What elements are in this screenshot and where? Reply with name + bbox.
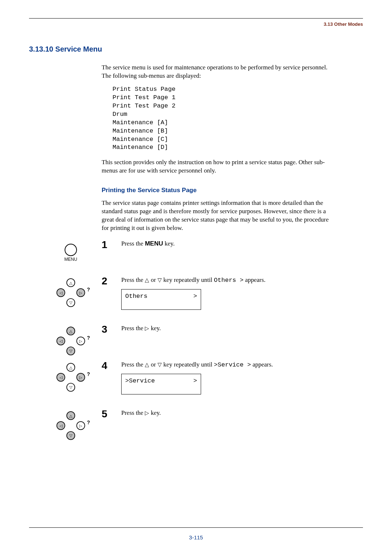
nav-cluster-icon: △ ▽ ◁ ▷ ? xyxy=(49,361,93,397)
breadcrumb: 3.13 Other Modes xyxy=(29,21,363,27)
step-4-pre: Press the xyxy=(121,361,145,368)
menu-key-label: MENU xyxy=(145,240,163,247)
nav-cluster-icon: △ ▽ ◁ ▷ ? xyxy=(49,324,93,361)
step-2-icon: △ ▽ ◁ ▷ ? xyxy=(29,276,102,324)
down-triangle-icon: ▽ xyxy=(158,277,162,283)
step-number: 4 xyxy=(102,361,116,409)
step-number: 2 xyxy=(102,276,116,324)
submenu-list: Print Status Page Print Test Page 1 Prin… xyxy=(113,85,334,152)
note-paragraph: This section provides only the instructi… xyxy=(102,158,334,175)
step-number: 5 xyxy=(102,409,116,445)
step-number: 3 xyxy=(102,324,116,361)
step-1-pre: Press the xyxy=(121,240,145,247)
lcd-display: >Service > xyxy=(121,374,201,394)
step-1-icon: MENU xyxy=(29,240,102,276)
help-icon: ? xyxy=(87,335,90,341)
step-3-icon: △ ▽ ◁ ▷ ? xyxy=(29,324,102,361)
lcd-left: >Service xyxy=(125,377,155,385)
up-arrow-icon: △ xyxy=(69,365,73,369)
lcd-right: > xyxy=(193,377,197,385)
step-3-post: key. xyxy=(149,325,161,332)
right-arrow-icon: ▷ xyxy=(79,424,82,428)
up-arrow-icon: △ xyxy=(69,413,73,418)
menu-key-icon: MENU xyxy=(49,240,93,276)
right-arrow-icon: ▷ xyxy=(79,291,82,295)
left-arrow-icon: ◁ xyxy=(60,291,63,295)
sub-heading: Printing the Service Status Page xyxy=(102,187,334,194)
step-number: 1 xyxy=(102,240,116,276)
step-4-posta: key repeatedly until xyxy=(162,361,214,368)
lcd-right: > xyxy=(193,292,197,301)
step-4-postb: appears. xyxy=(251,361,273,368)
lcd-left: Others xyxy=(125,292,147,301)
help-icon: ? xyxy=(87,372,90,377)
step-2-text: Press the △ or ▽ key repeatedly until Ot… xyxy=(116,276,334,324)
bottom-rule xyxy=(29,527,363,528)
step-5-post: key. xyxy=(149,409,161,416)
step-1-text: Press the MENU key. xyxy=(116,240,334,276)
right-arrow-icon: ▷ xyxy=(79,339,82,343)
step-5-icon: △ ▽ ◁ ▷ ? xyxy=(29,409,102,445)
step-4-mono: >Service > xyxy=(214,361,251,368)
step-2-pre: Press the xyxy=(121,276,145,283)
step-3-text: Press the ▷ key. xyxy=(116,324,334,361)
step-5-pre: Press the xyxy=(121,409,145,416)
down-arrow-icon: ▽ xyxy=(69,433,73,438)
step-2-posta: key repeatedly until xyxy=(162,276,214,283)
down-arrow-icon: ▽ xyxy=(69,349,73,353)
page-number: 3-115 xyxy=(29,534,363,540)
section-title: Service Menu xyxy=(55,45,102,53)
up-triangle-icon: △ xyxy=(145,362,149,368)
right-triangle-icon: ▷ xyxy=(145,325,149,331)
step-4-text: Press the △ or ▽ key repeatedly until >S… xyxy=(116,361,334,409)
left-arrow-icon: ◁ xyxy=(60,339,63,343)
down-arrow-icon: ▽ xyxy=(69,385,73,389)
right-triangle-icon: ▷ xyxy=(145,410,149,416)
help-icon: ? xyxy=(87,287,90,292)
up-triangle-icon: △ xyxy=(145,277,149,283)
nav-cluster-icon: △ ▽ ◁ ▷ ? xyxy=(49,409,93,445)
down-arrow-icon: ▽ xyxy=(69,300,73,305)
section-heading: 3.13.10 Service Menu xyxy=(29,45,363,53)
right-arrow-icon: ▷ xyxy=(79,375,82,380)
lcd-display: Others > xyxy=(121,289,201,310)
step-3-pre: Press the xyxy=(121,325,145,332)
help-icon: ? xyxy=(87,420,90,425)
top-rule xyxy=(29,18,363,19)
intro-paragraph: The service menu is used for maintenance… xyxy=(102,64,334,80)
svg-point-0 xyxy=(65,244,77,256)
menu-label: MENU xyxy=(64,257,77,262)
step-1-post: key. xyxy=(163,240,175,247)
left-arrow-icon: ◁ xyxy=(60,424,63,428)
step-4-mid: or xyxy=(149,361,158,368)
up-arrow-icon: △ xyxy=(69,281,73,285)
step-2-mid: or xyxy=(149,276,158,283)
left-arrow-icon: ◁ xyxy=(60,375,63,380)
step-2-mono: Others > xyxy=(214,277,244,284)
step-2-postb: appears. xyxy=(244,276,265,283)
subintro-paragraph: The service status page contains printer… xyxy=(102,199,334,232)
up-arrow-icon: △ xyxy=(69,329,73,333)
down-triangle-icon: ▽ xyxy=(158,362,162,368)
step-4-icon: △ ▽ ◁ ▷ ? xyxy=(29,361,102,409)
nav-cluster-icon: △ ▽ ◁ ▷ ? xyxy=(49,276,93,312)
step-5-text: Press the ▷ key. xyxy=(116,409,334,445)
section-number: 3.13.10 xyxy=(29,45,53,53)
